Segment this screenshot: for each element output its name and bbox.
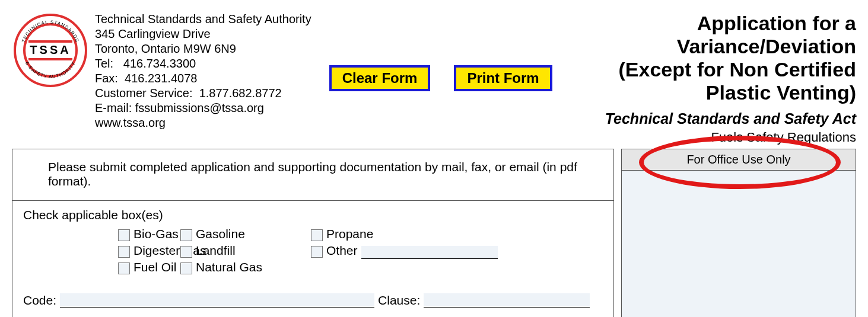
- check-col-3: Propane Other: [311, 226, 498, 276]
- clause-label: Clause:: [378, 293, 420, 308]
- email-label: E-mail:: [95, 101, 132, 114]
- checkbox-propane[interactable]: [311, 229, 323, 241]
- checkbox-digester[interactable]: [118, 246, 130, 258]
- org-addr1: 345 Carlingview Drive: [95, 27, 311, 41]
- field-dev-row: Is this a field development project? Yes…: [23, 315, 603, 317]
- clause-input[interactable]: [424, 293, 590, 308]
- title-line1: Application for a Variance/Deviation: [558, 12, 856, 58]
- office-use-body: [621, 171, 856, 317]
- label-yes: Yes: [252, 315, 272, 317]
- title-sub2: Fuels Safety Regulations: [558, 130, 856, 145]
- office-use-column: For Office Use Only: [621, 149, 856, 317]
- label-other: Other: [326, 244, 358, 257]
- checkbox-gasoline[interactable]: [180, 229, 192, 241]
- code-clause-row: Code: Clause:: [23, 293, 603, 308]
- label-no: No: [309, 315, 325, 317]
- org-tel: Tel: 416.734.3300: [95, 56, 311, 71]
- label-naturalgas: Natural Gas: [196, 260, 262, 274]
- checkbox-other[interactable]: [311, 246, 323, 258]
- logo-block: TSSA TECHNICAL STANDARDS & SAFETY AUTHOR…: [12, 12, 311, 130]
- label-fueloil: Fuel Oil: [133, 260, 176, 274]
- title-sub1: Technical Standards and Safety Act: [558, 110, 856, 127]
- fax-label: Fax:: [95, 72, 118, 85]
- tel-value: 416.734.3300: [123, 57, 196, 70]
- form-buttons: Clear Form Print Form: [311, 12, 552, 91]
- org-addr2: Toronto, Ontario M9W 6N9: [95, 41, 311, 56]
- check-label: Check applicable box(es): [23, 208, 603, 222]
- office-use-header: For Office Use Only: [621, 149, 856, 171]
- svg-text:& SAFETY AUTHORITY: & SAFETY AUTHORITY: [24, 60, 77, 79]
- code-input[interactable]: [60, 293, 374, 308]
- title-block: Application for a Variance/Deviation (Ex…: [552, 12, 856, 145]
- cs-value: 1.877.682.8772: [199, 87, 282, 100]
- checkbox-landfill[interactable]: [180, 246, 192, 258]
- label-biogas: Bio-Gas: [133, 227, 179, 241]
- cs-label: Customer Service:: [95, 87, 193, 100]
- code-label: Code:: [23, 293, 56, 308]
- tssa-logo-icon: TSSA TECHNICAL STANDARDS & SAFETY AUTHOR…: [12, 12, 89, 89]
- org-name: Technical Standards and Safety Authority: [95, 12, 311, 27]
- clear-form-button[interactable]: Clear Form: [329, 65, 431, 91]
- print-form-button[interactable]: Print Form: [454, 65, 552, 91]
- header: TSSA TECHNICAL STANDARDS & SAFETY AUTHOR…: [12, 12, 856, 145]
- label-landfill: Landfill: [196, 244, 236, 257]
- other-text-input[interactable]: [361, 246, 498, 259]
- email-value: fssubmissions@tssa.org: [135, 101, 264, 114]
- checkbox-section: Check applicable box(es) Bio-Gas Digeste…: [12, 201, 613, 317]
- fax-value: 416.231.4078: [125, 72, 197, 85]
- org-web: www.tssa.org: [95, 116, 311, 130]
- form-body: Please submit completed application and …: [12, 149, 856, 317]
- checkbox-biogas[interactable]: [118, 229, 130, 241]
- check-col-2: Gasoline Landfill Natural Gas: [180, 226, 311, 276]
- org-email: E-mail: fssubmissions@tssa.org: [95, 101, 311, 116]
- title-line2: (Except for Non Certified Plastic Ventin…: [558, 58, 856, 104]
- org-fax: Fax: 416.231.4078: [95, 71, 311, 86]
- field-dev-label: Is this a field development project?: [23, 315, 215, 317]
- check-col-1: Bio-Gas Digester Gas Fuel Oil: [23, 226, 180, 276]
- checkbox-naturalgas[interactable]: [180, 262, 192, 274]
- form-left: Please submit completed application and …: [12, 149, 614, 317]
- check-columns: Bio-Gas Digester Gas Fuel Oil Gasoline L…: [23, 226, 603, 276]
- label-propane: Propane: [326, 227, 373, 241]
- svg-text:TECHNICAL STANDARDS: TECHNICAL STANDARDS: [21, 20, 80, 43]
- label-gasoline: Gasoline: [196, 227, 245, 241]
- checkbox-fueloil[interactable]: [118, 262, 130, 274]
- org-info: Technical Standards and Safety Authority…: [95, 12, 311, 130]
- org-cs: Customer Service: 1.877.682.8772: [95, 86, 311, 101]
- svg-text:TSSA: TSSA: [30, 43, 71, 56]
- submit-instructions: Please submit completed application and …: [12, 149, 613, 201]
- tel-label: Tel:: [95, 57, 113, 70]
